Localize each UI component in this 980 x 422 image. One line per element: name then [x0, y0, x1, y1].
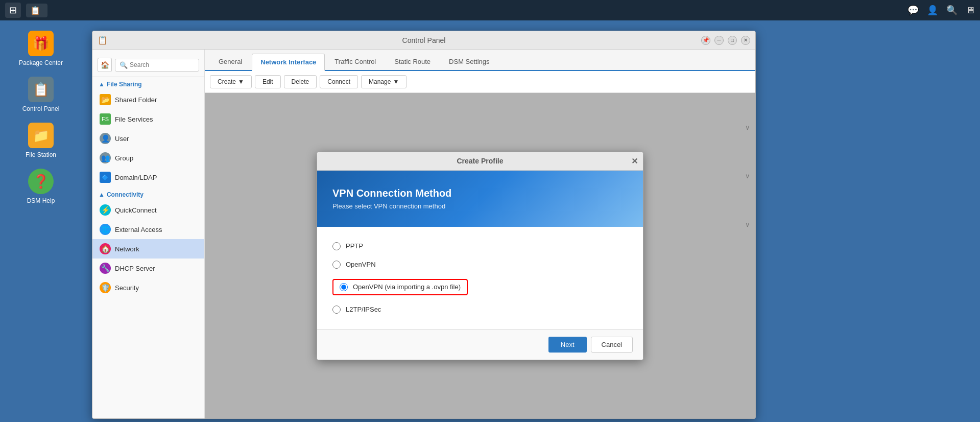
- tabs: General Network Interface Traffic Contro…: [205, 50, 755, 71]
- chat-icon[interactable]: 💬: [907, 5, 919, 16]
- group-label: Group: [115, 154, 133, 162]
- cp-minimize-button[interactable]: ─: [714, 36, 724, 45]
- cp-body: 🏠 🔍 ▲ File Sharing 📂 Shared Folder F: [92, 50, 755, 418]
- control-panel-icon: 📋: [28, 77, 54, 102]
- connect-button[interactable]: Connect: [320, 75, 358, 88]
- dsm-help-icon: ❓: [28, 169, 54, 194]
- sidebar-section-file-sharing[interactable]: ▲ File Sharing: [92, 77, 204, 90]
- apps-grid-button[interactable]: ⊞: [5, 3, 21, 18]
- search-input[interactable]: [130, 61, 195, 68]
- security-label: Security: [115, 284, 139, 292]
- file-services-icon: FS: [100, 113, 111, 125]
- control-panel-taskbar-item[interactable]: 📋: [26, 4, 47, 17]
- home-button[interactable]: 🏠: [98, 58, 112, 72]
- openvpn-import-highlight: OpenVPN (via importing a .ovpn file): [332, 279, 468, 295]
- dsm-help-label: DSM Help: [27, 197, 55, 204]
- group-icon: 👥: [100, 152, 111, 163]
- openvpn-radio[interactable]: [332, 261, 341, 269]
- search-icon-sidebar: 🔍: [119, 61, 128, 69]
- modal-banner-subtext: Please select VPN connection method: [332, 202, 628, 210]
- tab-dsm-settings[interactable]: DSM Settings: [440, 53, 498, 70]
- control-panel-label: Control Panel: [22, 105, 60, 112]
- radio-pptp[interactable]: PPTP: [332, 237, 628, 255]
- pptp-radio[interactable]: [332, 242, 341, 250]
- modal-titlebar: Create Profile ✕: [317, 152, 643, 171]
- network-label: Network: [115, 245, 139, 253]
- file-services-label: File Services: [115, 115, 153, 123]
- modal-body: PPTP OpenVPN OpenVPN (via importi: [317, 227, 643, 329]
- quickconnect-label: QuickConnect: [115, 206, 157, 214]
- tab-static-route[interactable]: Static Route: [386, 53, 439, 70]
- sidebar-item-user[interactable]: 👤 User: [92, 129, 204, 148]
- security-icon: 🛡️: [100, 282, 111, 293]
- desktop-icon-file-station[interactable]: 📁 File Station: [5, 123, 77, 158]
- main-content: General Network Interface Traffic Contro…: [205, 50, 755, 418]
- external-access-icon: 🌐: [100, 224, 111, 235]
- cp-titlebar: 📋 Control Panel 📌 ─ □ ✕: [92, 31, 755, 50]
- sidebar-item-security[interactable]: 🛡️ Security: [92, 278, 204, 297]
- desktop-icon-dsm-help[interactable]: ❓ DSM Help: [5, 169, 77, 204]
- tab-network-interface[interactable]: Network Interface: [252, 54, 325, 71]
- next-button[interactable]: Next: [548, 337, 587, 353]
- search-box[interactable]: 🔍: [115, 59, 199, 72]
- modal-overlay: Create Profile ✕ VPN Connection Method P…: [205, 93, 755, 418]
- external-access-label: External Access: [115, 226, 162, 233]
- openvpn-import-radio[interactable]: [340, 283, 348, 291]
- connect-label: Connect: [327, 78, 350, 85]
- cp-pin-button[interactable]: 📌: [701, 36, 710, 45]
- file-sharing-collapse-icon: ▲: [99, 81, 105, 88]
- connectivity-label: Connectivity: [107, 191, 144, 198]
- tab-general[interactable]: General: [210, 53, 251, 70]
- display-icon[interactable]: 🖥: [966, 5, 975, 16]
- search-icon[interactable]: 🔍: [946, 5, 958, 16]
- radio-openvpn[interactable]: OpenVPN: [332, 255, 628, 274]
- manage-button[interactable]: Manage ▼: [361, 75, 407, 88]
- sidebar-item-shared-folder[interactable]: 📂 Shared Folder: [92, 90, 204, 109]
- radio-l2tp-ipsec[interactable]: L2TP/IPSec: [332, 300, 628, 319]
- modal-banner: VPN Connection Method Please select VPN …: [317, 171, 643, 227]
- sidebar: 🏠 🔍 ▲ File Sharing 📂 Shared Folder F: [92, 50, 205, 418]
- cp-close-button[interactable]: ✕: [741, 36, 750, 45]
- openvpn-label: OpenVPN: [346, 261, 376, 268]
- cancel-button[interactable]: Cancel: [591, 337, 633, 353]
- user-icon[interactable]: 👤: [927, 5, 938, 16]
- delete-label: Delete: [292, 78, 309, 85]
- create-arrow-icon: ▼: [238, 78, 244, 85]
- desktop-icons: 🎁 Package Center 📋 Control Panel 📁 File …: [0, 20, 82, 422]
- modal-close-button[interactable]: ✕: [631, 156, 638, 166]
- openvpn-import-label: OpenVPN (via importing a .ovpn file): [353, 283, 461, 291]
- desktop-icon-control-panel[interactable]: 📋 Control Panel: [5, 77, 77, 112]
- modal-footer: Next Cancel: [317, 329, 643, 360]
- edit-button[interactable]: Edit: [255, 75, 281, 88]
- modal-title: Create Profile: [457, 157, 503, 165]
- l2tp-radio[interactable]: [332, 306, 341, 314]
- taskbar-left: ⊞ 📋: [5, 3, 47, 18]
- sidebar-item-network[interactable]: 🏠 Network: [92, 239, 204, 259]
- desktop-icon-package-center[interactable]: 🎁 Package Center: [5, 31, 77, 66]
- sidebar-item-group[interactable]: 👥 Group: [92, 148, 204, 168]
- user-icon-sidebar: 👤: [100, 133, 111, 144]
- create-button[interactable]: Create ▼: [210, 75, 252, 88]
- sidebar-item-file-services[interactable]: FS File Services: [92, 109, 204, 129]
- sidebar-section-connectivity[interactable]: ▲ Connectivity: [92, 187, 204, 200]
- domain-label: Domain/LDAP: [115, 174, 157, 181]
- user-label: User: [115, 135, 129, 143]
- cp-title: Control Panel: [402, 36, 446, 44]
- cp-maximize-button[interactable]: □: [728, 36, 737, 45]
- sidebar-item-dhcp-server[interactable]: 🔧 DHCP Server: [92, 259, 204, 278]
- file-sharing-label: File Sharing: [107, 81, 142, 88]
- connectivity-collapse-icon: ▲: [99, 191, 105, 198]
- shared-folder-icon: 📂: [100, 94, 111, 105]
- radio-openvpn-import[interactable]: OpenVPN (via importing a .ovpn file): [332, 274, 628, 300]
- control-panel-window: 📋 Control Panel 📌 ─ □ ✕ 🏠 🔍: [92, 31, 756, 419]
- sidebar-item-domain-ldap[interactable]: 🔷 Domain/LDAP: [92, 168, 204, 187]
- l2tp-label: L2TP/IPSec: [346, 306, 381, 313]
- network-icon: 🏠: [100, 243, 111, 254]
- sidebar-item-quickconnect[interactable]: ⚡ QuickConnect: [92, 200, 204, 220]
- delete-button[interactable]: Delete: [284, 75, 317, 88]
- tab-traffic-control[interactable]: Traffic Control: [326, 53, 385, 70]
- cp-titlebar-controls: 📌 ─ □ ✕: [701, 36, 750, 45]
- sidebar-item-external-access[interactable]: 🌐 External Access: [92, 220, 204, 239]
- toolbar: Create ▼ Edit Delete Connect Manage ▼: [205, 71, 755, 93]
- package-center-label: Package Center: [19, 59, 63, 66]
